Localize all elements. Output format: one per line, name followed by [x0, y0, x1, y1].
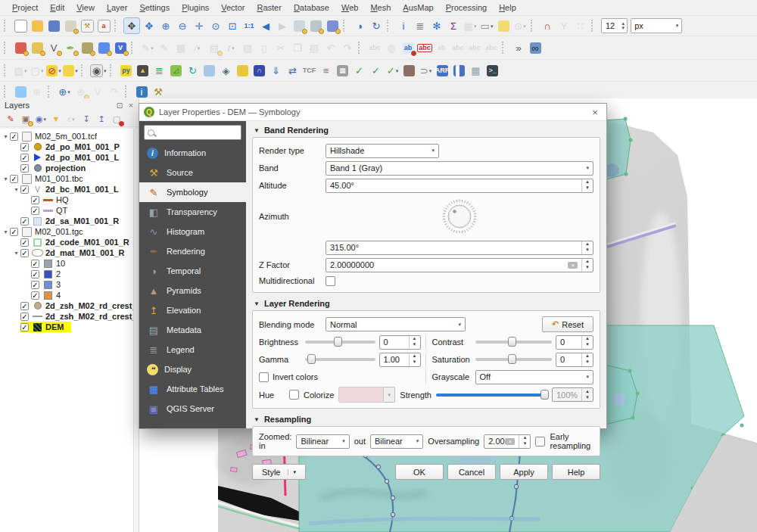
select-by-location-icon[interactable]: ▾ [63, 63, 78, 78]
deselect-features-icon[interactable]: ▢▾ [30, 63, 45, 78]
map-capture-icon[interactable]: ◉▾ [90, 63, 107, 78]
open-layer-styling-icon[interactable]: ✎ [4, 112, 17, 126]
flag-tool-icon[interactable]: ▌ [452, 63, 467, 78]
expand-all-icon[interactable]: ↧ [79, 112, 93, 126]
temporal-controller-icon[interactable]: ◑ [352, 18, 367, 33]
refresh-map-icon[interactable]: ↻ [369, 18, 384, 33]
layer-label[interactable]: projection [45, 163, 86, 173]
paperclip-tool-icon[interactable]: ⊃▾ [419, 63, 434, 78]
toolbar-grip[interactable] [114, 20, 120, 32]
menu-settings[interactable]: Settings [133, 2, 176, 14]
reset-button[interactable]: ↶ Reset [542, 316, 593, 332]
tab-attribute-tables[interactable]: ▦Attribute Tables [139, 379, 246, 399]
layer-visibility-checkbox[interactable]: ✓ [31, 291, 39, 300]
panel-float-button[interactable]: ⊡ [115, 101, 124, 110]
download-tool-icon[interactable]: ⇓ [269, 63, 284, 78]
filter-legend-icon[interactable]: ▼ [49, 112, 63, 126]
box-tool-icon[interactable] [235, 63, 251, 78]
layer-tree-item[interactable]: ✓HQ [0, 194, 134, 205]
layer-label[interactable]: 2 [56, 269, 61, 278]
layer-label[interactable]: 2d_zsh_M02_rd_crest_001_L [45, 312, 134, 321]
labeling-toolbar-icon[interactable]: ab [400, 40, 416, 55]
ausmap-tool-icon[interactable]: ∞ [528, 40, 543, 55]
layer-label[interactable]: M02_001.tgc [35, 227, 83, 236]
layer-label[interactable]: 2d_po_M01_001_P [45, 142, 120, 151]
properties-search-input[interactable] [144, 125, 241, 140]
terminal-tool-icon[interactable]: >_ [485, 63, 500, 78]
new-3d-map-view-icon[interactable] [308, 18, 323, 33]
tab-pyramids[interactable]: ▲Pyramids [139, 281, 246, 300]
spatial-bookmarks-icon[interactable] [325, 18, 340, 33]
move-item-tool-icon[interactable] [13, 84, 28, 99]
open-attribute-table-icon[interactable]: ▦▾ [463, 18, 478, 33]
altitude-spin[interactable]: 45.00° ▲▼ [326, 179, 593, 193]
snapping-options-icon[interactable]: ∩ [540, 18, 555, 33]
layers-panel-scrollbar[interactable] [133, 129, 139, 532]
check-tool-1-icon[interactable]: ✓▾ [385, 63, 400, 78]
tracing-icon[interactable]: Y [556, 18, 572, 33]
toolbar-grip[interactable] [125, 86, 130, 98]
layer-diagram-options-icon[interactable]: ◍ [384, 40, 399, 55]
vertex-shield-tool-icon[interactable]: ◈ [219, 63, 234, 78]
toolbar-grip[interactable] [502, 42, 507, 54]
rotate-label-icon[interactable]: abc [484, 40, 499, 55]
pin-unpin-labels-icon[interactable]: ab [434, 40, 449, 55]
grid-tool-icon[interactable]: ▦ [469, 63, 484, 78]
check-tool-qgis-icon[interactable]: ✓ [369, 63, 384, 78]
bear-tool-icon[interactable] [402, 63, 417, 78]
clear-value-icon[interactable]: × [568, 262, 578, 269]
layer-visibility-checkbox[interactable]: ✓ [31, 260, 39, 268]
multidirectional-checkbox[interactable] [326, 276, 335, 286]
expander-icon[interactable]: ▾ [2, 176, 10, 182]
menu-raster[interactable]: Raster [251, 2, 287, 14]
toolbar-grip[interactable] [531, 20, 536, 32]
layer-visibility-checkbox[interactable]: ✓ [20, 249, 29, 257]
layer-visibility-checkbox[interactable]: ✓ [10, 228, 18, 236]
toolbar-grip[interactable] [343, 20, 348, 32]
expander-icon[interactable]: ▾ [2, 229, 10, 235]
menu-ausmap[interactable]: AusMap [397, 2, 439, 14]
add-delimited-text-layer-icon[interactable]: ✒ [63, 40, 78, 55]
map-crumple-tool-icon[interactable] [202, 63, 217, 78]
data-source-manager-icon[interactable] [13, 40, 28, 55]
copy-features-icon[interactable]: ❐ [290, 40, 305, 55]
save-project-icon[interactable] [46, 18, 61, 33]
layer-label[interactable]: 2d_zsh_M02_rd_crest_001_L [45, 301, 134, 310]
toolbar-grip[interactable] [81, 64, 86, 76]
azimuth-dial[interactable] [438, 195, 481, 238]
layer-tree-item[interactable]: ✓QT [0, 205, 134, 216]
save-layer-edits-icon[interactable]: ▦ [173, 40, 188, 55]
polygon-flash-tool-icon[interactable]: ◿ [169, 63, 184, 78]
layer-tree-item[interactable]: ✓2d_zsh_M02_rd_crest_001_L [0, 300, 134, 311]
strength-slider[interactable] [436, 394, 547, 397]
layer-visibility-checkbox[interactable]: ✓ [20, 238, 29, 247]
layer-visibility-checkbox[interactable]: ✓ [20, 217, 29, 226]
add-record-icon[interactable]: ▤ [207, 40, 222, 55]
menu-processing[interactable]: Processing [440, 2, 493, 14]
layer-label[interactable]: M02_5m_001.tcf [35, 132, 97, 141]
tab-histogram[interactable]: ∿Histogram [139, 222, 246, 241]
layer-label[interactable]: 4 [56, 291, 61, 300]
contrast-spin[interactable]: 0▲▼ [556, 335, 593, 350]
menu-plugins[interactable]: Plugins [176, 2, 215, 14]
saturation-slider[interactable] [475, 358, 553, 361]
apply-button[interactable]: Apply [500, 464, 548, 480]
remove-layer-icon[interactable]: ▢ [110, 112, 123, 126]
toolbar-grip[interactable] [4, 64, 9, 76]
oversampling-spin[interactable]: 2.00 × ▲▼ [484, 434, 531, 449]
layer-label[interactable]: DEM [45, 322, 64, 331]
layer-tree-item[interactable]: ✓10 [0, 258, 134, 269]
add-vector-layer-icon[interactable] [30, 40, 45, 55]
layer-visibility-checkbox[interactable]: ✓ [31, 281, 39, 289]
layer-visibility-checkbox[interactable]: ✓ [20, 185, 29, 194]
mesh-calculator-tool-icon[interactable]: ↻ [185, 63, 201, 78]
tab-display[interactable]: ❝Display [139, 359, 246, 379]
digitize-with-segment-icon[interactable]: ∕▾ [190, 40, 205, 55]
add-mesh-layer-icon[interactable] [79, 40, 95, 55]
layer-label[interactable]: 2d_sa_M01_001_R [45, 216, 119, 226]
toolbar-grip[interactable] [358, 42, 363, 54]
tab-transparency[interactable]: ◧Transparency [139, 202, 246, 222]
select-features-icon[interactable]: ▧▾ [13, 63, 28, 78]
zoomed-out-combo[interactable]: Bilinear▾ [370, 434, 423, 449]
layer-label[interactable]: 10 [56, 259, 65, 268]
